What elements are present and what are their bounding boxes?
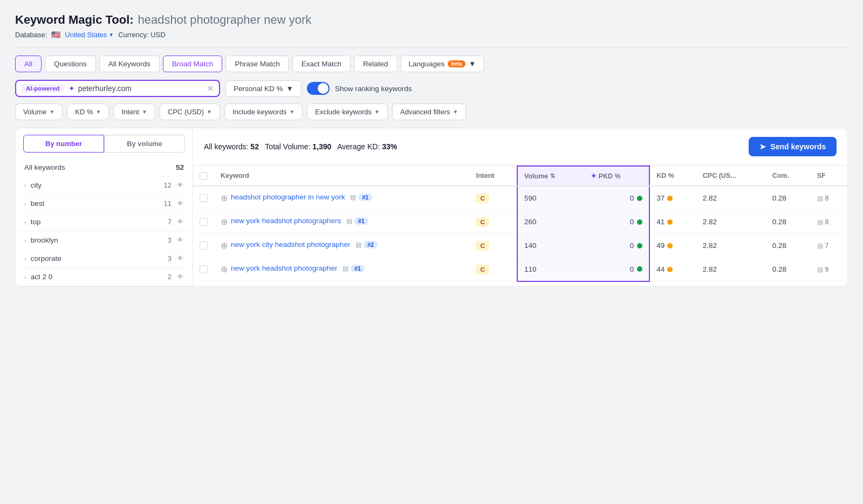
eye-icon[interactable]: 👁: [177, 199, 184, 208]
keyword-cell: ⊕ new york city headshot photographer ▤ …: [214, 234, 469, 258]
sidebar-item-top[interactable]: › top 7 👁: [16, 213, 193, 231]
chevron-down-icon: ▼: [142, 109, 147, 115]
keyword-link[interactable]: new york city headshot photographer: [231, 240, 350, 248]
sidebar-item-best[interactable]: › best 11 👁: [16, 195, 193, 213]
volume-value: 590: [524, 194, 537, 202]
database-link[interactable]: United States ▼: [65, 31, 114, 39]
sf-value: 9: [825, 266, 828, 273]
kd-dropdown[interactable]: Personal KD % ▼: [225, 80, 302, 97]
sf-value: 7: [825, 242, 828, 250]
send-keywords-button[interactable]: ➤ Send keywords: [749, 137, 837, 156]
volume-filter[interactable]: Volume ▼: [15, 103, 63, 120]
com-cell: 0.28: [766, 186, 811, 210]
plus-icon[interactable]: ⊕: [221, 264, 228, 274]
sidebar: By number By volume All keywords 52 › ci…: [15, 128, 193, 287]
beta-badge: beta: [448, 60, 465, 67]
tab-related[interactable]: Related: [354, 56, 398, 72]
sf-column-header: SF: [811, 166, 847, 186]
keyword-link[interactable]: new york headshot photographers: [231, 217, 341, 225]
all-keywords-count: 52: [176, 163, 184, 171]
sparkle-icon: ✦: [591, 172, 597, 180]
cpc-column-header: CPC (US...: [696, 166, 766, 186]
page-icon: ▤: [355, 241, 361, 248]
plus-icon[interactable]: ⊕: [221, 217, 228, 227]
volume-cell: 590: [517, 186, 584, 210]
avg-kd-label: Average KD:: [333, 142, 382, 151]
tab-languages[interactable]: Languages beta ▼: [401, 56, 484, 72]
pkd-column-header[interactable]: ✦ PKD %: [584, 166, 650, 186]
pkd-cell: 0: [584, 186, 650, 210]
tab-all-keywords[interactable]: All Keywords: [99, 56, 160, 72]
pkd-cell: 0: [584, 210, 650, 234]
flag-icon: 🇺🇸: [51, 30, 60, 39]
kd-filter[interactable]: KD % ▼: [67, 103, 109, 120]
ai-search-box[interactable]: AI-powered ✦ ✕: [15, 80, 220, 97]
sidebar-keyword: brooklyn: [31, 236, 168, 244]
sidebar-item-act[interactable]: › act 2 0 2 👁: [16, 268, 193, 286]
chevron-right-icon: ›: [24, 274, 26, 280]
select-all-checkbox[interactable]: [200, 172, 208, 180]
page-icon: ▤: [343, 265, 348, 272]
row-checkbox[interactable]: [200, 194, 208, 202]
all-keywords-label: All keywords: [24, 163, 65, 171]
row-checkbox[interactable]: [200, 265, 208, 273]
chevron-right-icon: ›: [24, 201, 26, 207]
tab-exact-match[interactable]: Exact Match: [292, 56, 351, 72]
advanced-filters[interactable]: Advanced filters ▼: [392, 103, 466, 120]
header: Keyword Magic Tool: headshot photographe…: [15, 13, 848, 39]
eye-icon[interactable]: 👁: [177, 236, 184, 244]
keyword-link[interactable]: new york headshot photographer: [231, 264, 337, 272]
com-cell: 0.28: [766, 234, 811, 258]
chevron-right-icon: ›: [24, 182, 26, 189]
eye-icon[interactable]: 👁: [177, 273, 184, 281]
currency-label: Currency: USD: [118, 31, 165, 39]
kd-value: 37: [656, 194, 690, 202]
tab-phrase-match[interactable]: Phrase Match: [225, 56, 289, 72]
sidebar-tab-by-volume[interactable]: By volume: [104, 135, 185, 153]
plus-icon[interactable]: ⊕: [221, 240, 228, 251]
plus-icon[interactable]: ⊕: [221, 193, 228, 203]
table-row: ⊕ new york city headshot photographer ▤ …: [193, 234, 847, 258]
include-keywords-filter[interactable]: Include keywords ▼: [224, 103, 303, 120]
table-header: Keyword Intent Volume ⇅ ✦: [193, 166, 847, 186]
sidebar-tab-by-number[interactable]: By number: [23, 135, 104, 153]
sidebar-item-city[interactable]: › city 12 👁: [16, 176, 193, 195]
chevron-down-icon: ▼: [469, 60, 476, 68]
close-icon[interactable]: ✕: [207, 84, 214, 93]
intent-filter[interactable]: Intent ▼: [113, 103, 155, 120]
sidebar-item-brooklyn[interactable]: › brooklyn 3 👁: [16, 231, 193, 250]
eye-icon[interactable]: 👁: [177, 254, 184, 263]
kd-value: 44: [656, 265, 690, 273]
search-input[interactable]: [78, 84, 207, 93]
volume-column-header[interactable]: Volume ⇅: [517, 166, 584, 186]
ranking-keywords-toggle[interactable]: [307, 82, 330, 95]
tab-questions[interactable]: Questions: [45, 56, 96, 72]
intent-badge: C: [476, 217, 489, 227]
chevron-down-icon: ▼: [453, 109, 458, 115]
keyword-link[interactable]: headshot photographer in new york: [231, 193, 345, 201]
all-keywords-stat-value: 52: [250, 142, 259, 151]
sidebar-count: 3: [168, 236, 172, 244]
table-row: ⊕ new york headshot photographer ▤ #1 C: [193, 258, 847, 281]
chevron-down-icon: ▼: [374, 109, 380, 115]
orange-dot: [667, 196, 673, 201]
row-checkbox[interactable]: [200, 218, 208, 226]
rank-badge: #2: [364, 241, 378, 248]
row-checkbox[interactable]: [200, 241, 208, 250]
exclude-keywords-filter[interactable]: Exclude keywords ▼: [307, 103, 388, 120]
keyword-cell: ⊕ headshot photographer in new york ▤ #1: [214, 186, 469, 210]
eye-icon[interactable]: 👁: [177, 218, 184, 226]
orange-dot: [667, 267, 673, 272]
orange-dot: [667, 243, 673, 248]
eye-icon[interactable]: 👁: [177, 181, 184, 189]
include-keywords-label: Include keywords: [232, 108, 286, 116]
page-title-bold: Keyword Magic Tool:: [15, 13, 134, 27]
tab-broad-match[interactable]: Broad Match: [163, 56, 223, 72]
tab-all[interactable]: All: [15, 56, 42, 72]
sidebar-item-corporate[interactable]: › corporate 3 👁: [16, 250, 193, 268]
pkd-value: 0: [591, 194, 643, 202]
toggle-label: Show ranking keywords: [335, 85, 412, 93]
pkd-value: 0: [591, 241, 643, 250]
search-row: AI-powered ✦ ✕ Personal KD % ▼ Show rank…: [15, 80, 848, 97]
cpc-filter[interactable]: CPC (USD) ▼: [160, 103, 220, 120]
